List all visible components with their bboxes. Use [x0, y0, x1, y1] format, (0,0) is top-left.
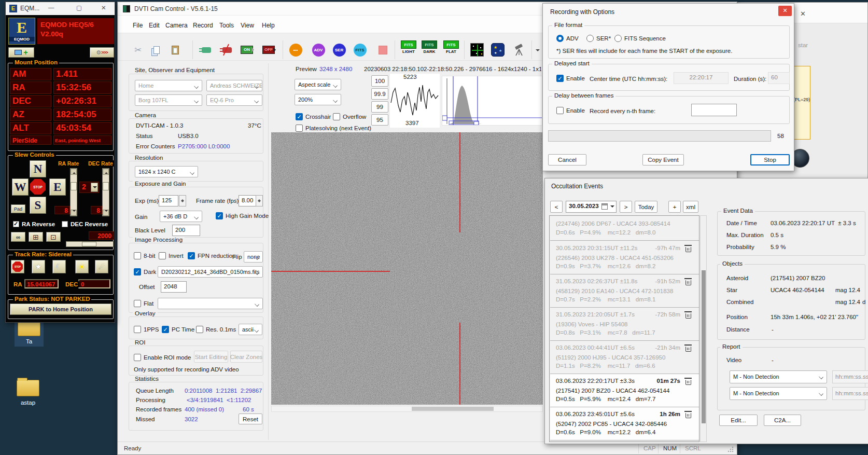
display-plus-button[interactable]: + [8, 47, 34, 58]
invert-checkbox[interactable]: Invert [159, 252, 184, 259]
report-method-2-select[interactable]: M - Non Detection [730, 387, 827, 400]
fpn-checkbox[interactable]: FPN reduction [188, 252, 236, 259]
menu-file[interactable]: File [133, 22, 143, 29]
delete-event-icon[interactable] [685, 280, 691, 285]
overflow-checkbox[interactable]: Overflow [333, 113, 366, 120]
fits-flat-button[interactable]: FITSFLAT [443, 40, 459, 54]
stop-record-button[interactable] [375, 42, 390, 58]
event-row-0[interactable]: (224746) 2006 DP67 - UCAC4 393-085414 D=… [550, 216, 699, 241]
nth-frame-input[interactable] [691, 104, 737, 116]
event-row-4[interactable]: 03.06.2023 00:44:41UT ±6.5s-21h 34m (511… [550, 341, 699, 374]
clear-zones-button[interactable]: Clear Zones [230, 351, 262, 363]
track-solar-button[interactable]: ☀ [75, 260, 89, 273]
event-row-1[interactable]: 30.05.2023 20:31:15UT ±11.2s-97h 47m (22… [550, 241, 699, 274]
slew-south-button[interactable]: S [30, 197, 46, 214]
reset-button[interactable]: Reset [239, 413, 262, 424]
fits-sequence-radio[interactable]: FITS Sequence [614, 35, 666, 42]
hscroll-thumb[interactable] [412, 407, 494, 411]
event-row-2[interactable]: 31.05.2023 02:26:37UT ±11.8s-91h 52m (45… [550, 274, 699, 308]
mount-select[interactable]: EQ-6 Pro [206, 94, 262, 106]
record-options-button[interactable]: ••• [288, 42, 303, 58]
record-fits-button[interactable]: FITS [352, 42, 368, 58]
calendar-icon[interactable] [601, 203, 608, 210]
close-icon[interactable]: ✕ [101, 4, 106, 11]
fps-stepper[interactable] [256, 195, 263, 206]
maximize-icon[interactable]: ▢ [76, 4, 82, 11]
ra-reverse-checkbox[interactable]: RA Reverse [13, 221, 55, 227]
dark-checkbox[interactable]: Dark [134, 268, 156, 275]
track-lunar-button[interactable]: ☾ [52, 260, 66, 273]
slew-stop-button[interactable]: STOP [30, 179, 46, 195]
ra-rate-slider[interactable] [70, 168, 77, 216]
camera-on-button[interactable]: ON [239, 42, 255, 58]
minimize-icon[interactable]: — [48, 4, 54, 10]
events-scrollbar[interactable] [700, 215, 707, 442]
bg-close-icon[interactable]: ✕ [800, 10, 806, 18]
center-time-input[interactable]: 22:20:17 [674, 72, 729, 84]
exp-input[interactable]: 125 [159, 195, 178, 206]
edit-button[interactable]: Edit... [719, 415, 758, 426]
slew-limit-slider[interactable] [66, 241, 114, 247]
today-button[interactable]: Today [635, 201, 657, 213]
overlay-format-select[interactable]: ascii [239, 324, 262, 335]
pctime-checkbox[interactable]: PC Time [162, 326, 194, 333]
grid-button[interactable]: ⊞ [29, 232, 43, 242]
observer-select[interactable]: Andreas SCHWEIZER [206, 80, 262, 91]
xml-button[interactable]: xml [683, 201, 698, 213]
cut-button[interactable]: ✂ [130, 42, 146, 58]
fps-input[interactable]: 8.00 [239, 195, 256, 206]
flat-file-select[interactable] [158, 298, 263, 309]
eqmod-titlebar[interactable]: E EQM... — ▢ ✕ [6, 2, 115, 15]
stretch-100-button[interactable]: 100 [371, 75, 388, 87]
prev-day-button[interactable]: < [550, 201, 563, 213]
menu-help[interactable]: Help [262, 22, 275, 29]
spiral-button[interactable]: ⊡ [46, 232, 61, 242]
1pps-checkbox[interactable]: 1PPS [134, 326, 159, 333]
track-sidereal-button[interactable]: ★ [32, 260, 45, 273]
fits-dark-button[interactable]: FITSDARK [422, 40, 437, 54]
rate-select[interactable]: 2 [79, 182, 99, 193]
rate-select-caret[interactable] [91, 183, 98, 192]
crosshair-checkbox[interactable]: Crosshair [296, 113, 331, 120]
menu-view[interactable]: View [241, 22, 254, 29]
fits-light-button[interactable]: FITSLIGHT [401, 40, 416, 54]
menu-tools[interactable]: Tools [219, 22, 234, 29]
preview-image[interactable] [271, 132, 543, 405]
copy-button[interactable] [149, 42, 164, 58]
setup-button[interactable]: ⚙>>> [90, 47, 114, 58]
flat-checkbox[interactable]: Flat [134, 300, 153, 307]
delete-event-icon[interactable] [685, 347, 691, 352]
goto-binoculars-button[interactable]: ∞ [11, 232, 25, 242]
dec-reverse-checkbox[interactable]: DEC Reverse [62, 221, 108, 227]
exp-stepper[interactable] [179, 195, 186, 206]
offset-input[interactable]: 2048 [161, 281, 187, 293]
park-button[interactable]: PARK to Home Position [10, 304, 111, 315]
platesolving-checkbox[interactable]: Platesolving (next Event) [296, 125, 371, 132]
copy-event-button[interactable]: Copy Event [642, 154, 684, 166]
events-scroll-thumb[interactable] [702, 270, 706, 423]
slew-west-button[interactable]: W [12, 178, 29, 196]
event-row-5-selected[interactable]: 03.06.2023 22:20:17UT ±3.3s01m 27s (2175… [550, 374, 699, 407]
preview-hscrollbar[interactable] [271, 406, 543, 412]
slew-east-button[interactable]: E [49, 178, 66, 196]
delete-event-icon[interactable] [685, 380, 691, 385]
disconnect-button[interactable] [219, 42, 235, 58]
nth-enable-checkbox[interactable]: Enable [556, 107, 585, 114]
date-caret-icon[interactable] [610, 205, 614, 210]
track-ra-input[interactable]: 15.041067 [24, 279, 59, 288]
record-ser-button[interactable]: SER [331, 42, 347, 58]
paste-button[interactable] [167, 42, 183, 58]
histogram[interactable] [442, 76, 542, 126]
night-mode-button[interactable]: ★★★ [490, 42, 506, 58]
site-select[interactable]: Home [135, 80, 202, 91]
camera-off-button[interactable]: OFF [261, 42, 276, 58]
record-adv-button[interactable]: ADV [311, 42, 326, 58]
ser-radio[interactable]: SER* [586, 35, 611, 42]
high-gain-checkbox[interactable]: High Gain Mode [216, 212, 269, 219]
event-row-6[interactable]: 03.06.2023 23:45:01UT ±5.6s1h 26m (52047… [550, 407, 699, 440]
platesolve-button[interactable] [469, 42, 485, 58]
adv-radio[interactable]: ADV [556, 35, 579, 42]
menu-camera[interactable]: Camera [165, 22, 188, 29]
flip-select[interactable]: none [244, 251, 263, 263]
add-event-button[interactable]: + [668, 201, 681, 213]
